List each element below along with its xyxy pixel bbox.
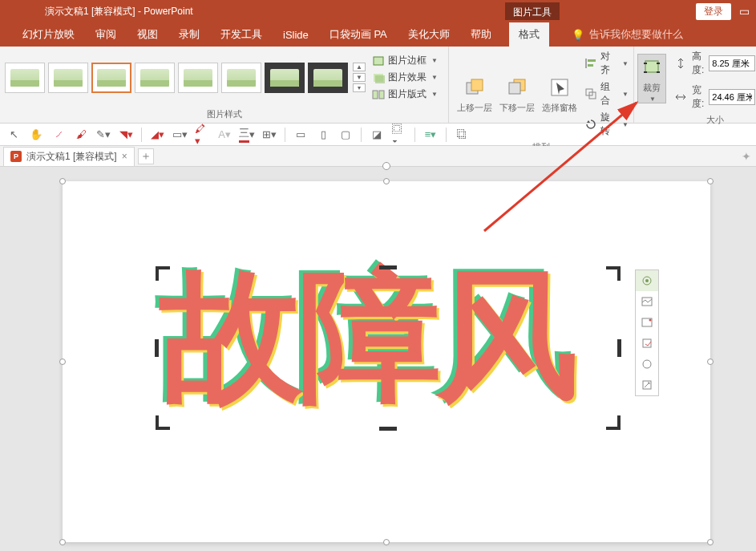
- tab-beautify[interactable]: 美化大师: [405, 27, 453, 42]
- handle-br[interactable]: [707, 539, 714, 545]
- picture-style-8[interactable]: [308, 63, 348, 93]
- handle-b[interactable]: [383, 539, 390, 545]
- picture-style-gallery-expand[interactable]: ▲▼▾: [353, 63, 366, 92]
- svg-rect-15: [645, 61, 658, 72]
- ribbon-display-options-icon[interactable]: ▭: [739, 5, 750, 18]
- qt-cursor-icon[interactable]: ↖: [6, 128, 21, 142]
- handle-t[interactable]: [383, 178, 390, 184]
- svg-point-20: [649, 319, 652, 322]
- crop-handle-tl[interactable]: [156, 266, 170, 281]
- group-button[interactable]: 组合▼: [584, 80, 629, 107]
- picture-style-1[interactable]: [5, 63, 45, 93]
- close-tab-icon[interactable]: ×: [122, 151, 127, 162]
- crop-handle-r[interactable]: [617, 339, 621, 357]
- svg-rect-0: [374, 57, 383, 65]
- layout-opt-3[interactable]: [636, 312, 658, 333]
- rotate-button[interactable]: 旋转▼: [584, 111, 629, 138]
- tab-developer[interactable]: 开发工具: [217, 27, 265, 42]
- bring-forward-button[interactable]: 上移一层: [454, 75, 495, 114]
- crop-handle-t[interactable]: [379, 265, 397, 269]
- selection-pane-button[interactable]: 选择窗格: [539, 75, 580, 114]
- handle-r[interactable]: [707, 359, 714, 365]
- handle-l[interactable]: [59, 359, 66, 365]
- layout-opt-6[interactable]: [636, 375, 658, 395]
- tab-format[interactable]: 格式: [509, 22, 549, 47]
- qt-rect1-icon[interactable]: ▭: [293, 128, 308, 142]
- qt-font-color-icon[interactable]: 三▾: [240, 128, 254, 142]
- tab-pocket-anim[interactable]: 口袋动画 PA: [326, 27, 390, 42]
- qt-eyedrop-icon[interactable]: ⟋: [51, 128, 66, 142]
- qt-outline-icon[interactable]: ▭▾: [172, 128, 187, 142]
- document-tab-label: 演示文稿1 [兼容模式]: [26, 150, 117, 164]
- width-input[interactable]: [709, 89, 755, 105]
- picture-style-6[interactable]: [221, 63, 261, 93]
- layout-opt-1[interactable]: [636, 270, 658, 291]
- picture-style-4[interactable]: [135, 63, 175, 93]
- qt-layers-icon[interactable]: ⿴▾: [392, 128, 406, 142]
- width-icon: [674, 91, 687, 103]
- send-backward-icon: [504, 75, 530, 100]
- picture-border-button[interactable]: 图片边框▼: [372, 54, 438, 67]
- layout-options-panel: [635, 269, 659, 396]
- crop-handle-br[interactable]: [606, 415, 621, 430]
- layout-opt-4[interactable]: [636, 333, 658, 354]
- tab-islide[interactable]: iSlide: [280, 29, 312, 41]
- align-button[interactable]: 对齐▼: [584, 50, 629, 77]
- svg-rect-3: [373, 91, 378, 99]
- tab-help[interactable]: 帮助: [467, 27, 495, 42]
- qt-fill-icon[interactable]: ◢▾: [150, 128, 164, 142]
- send-backward-button[interactable]: 下移一层: [496, 75, 537, 114]
- picture-style-2[interactable]: [48, 63, 88, 93]
- crop-handle-b[interactable]: [379, 427, 397, 431]
- qt-shape-icon[interactable]: ◥▾: [119, 128, 133, 142]
- qt-rect3-icon[interactable]: ▢: [338, 128, 353, 142]
- svg-rect-4: [379, 91, 384, 99]
- rotate-handle[interactable]: [382, 162, 390, 170]
- handle-bl[interactable]: [59, 539, 66, 545]
- height-input[interactable]: [709, 55, 755, 71]
- crop-handle-bl[interactable]: [156, 415, 170, 430]
- picture-layout-button[interactable]: 图片版式▼: [372, 87, 438, 101]
- tab-record[interactable]: 录制: [176, 27, 203, 42]
- handle-tr[interactable]: [707, 178, 714, 184]
- canvas[interactable]: 故障风 故障风 故障风: [0, 167, 756, 551]
- document-tab[interactable]: P 演示文稿1 [兼容模式] ×: [3, 147, 135, 166]
- qt-align-icon[interactable]: ≡▾: [423, 128, 438, 142]
- qt-font-a-icon[interactable]: A▾: [217, 128, 232, 142]
- glitch-wordart: 故障风 故障风 故障风: [160, 265, 622, 408]
- tab-slideshow[interactable]: 幻灯片放映: [19, 27, 78, 42]
- layout-opt-2[interactable]: [636, 291, 658, 312]
- qt-brush-icon[interactable]: 🖌: [74, 128, 88, 142]
- picture-layout-icon: [372, 88, 385, 101]
- handle-tl[interactable]: [59, 178, 66, 184]
- picture-style-7[interactable]: [265, 63, 305, 93]
- pin-icon[interactable]: ✦: [742, 150, 751, 163]
- crop-icon: [639, 55, 665, 80]
- login-button[interactable]: 登录: [696, 3, 731, 20]
- crop-handle-tr[interactable]: [606, 266, 621, 281]
- tell-me-search[interactable]: 💡 告诉我你想要做什么: [572, 27, 683, 42]
- add-tab-button[interactable]: ＋: [138, 148, 154, 164]
- qt-grid-icon[interactable]: ⊞▾: [262, 128, 277, 142]
- layout-opt-5[interactable]: [636, 354, 658, 375]
- qt-overlap-icon[interactable]: ◪: [370, 128, 384, 142]
- picture-style-3[interactable]: [91, 63, 131, 93]
- app-title: 演示文稿1 [兼容模式] - PowerPoint: [6, 5, 505, 18]
- slide[interactable]: 故障风 故障风 故障风: [63, 181, 710, 542]
- svg-rect-2: [375, 75, 385, 83]
- qt-hand-icon[interactable]: ✋: [29, 128, 43, 142]
- tab-view[interactable]: 视图: [134, 27, 161, 42]
- qt-copy-icon[interactable]: ⿻: [455, 128, 469, 142]
- group-label-size: 大小: [669, 114, 756, 128]
- crop-button[interactable]: 裁剪 ▼: [637, 54, 666, 103]
- picture-effects-button[interactable]: 图片效果▼: [372, 71, 438, 84]
- crop-handle-l[interactable]: [155, 339, 159, 357]
- qt-rect2-icon[interactable]: ▯: [316, 128, 330, 142]
- inserted-image[interactable]: 故障风 故障风 故障风: [157, 268, 619, 428]
- height-label: 高度:: [692, 50, 704, 77]
- tab-review[interactable]: 审阅: [92, 27, 119, 42]
- picture-style-5[interactable]: [178, 63, 218, 93]
- svg-point-17: [645, 279, 649, 282]
- qt-pencil-icon[interactable]: ✎▾: [96, 128, 111, 142]
- qt-highlight-icon[interactable]: 🖍▾: [195, 128, 209, 142]
